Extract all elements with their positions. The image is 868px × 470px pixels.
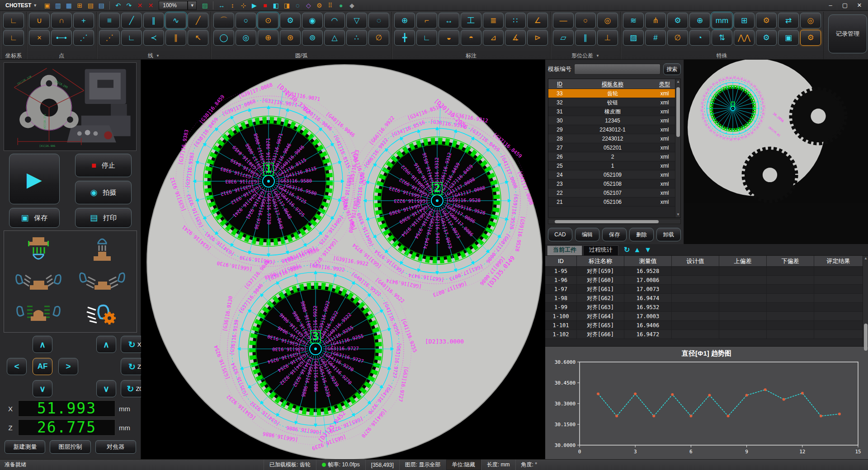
measurement-row[interactable]: 1-101 对齐[G65] 16.9406: [545, 321, 863, 330]
region-select-b-icon[interactable]: ◨: [281, 0, 292, 10]
point-intersection-icon[interactable]: ×: [29, 30, 50, 46]
dim-diameter-icon[interactable]: ◓: [461, 30, 481, 46]
line-simple-icon[interactable]: ╱: [188, 13, 208, 28]
scroll-down-icon[interactable]: ▼: [675, 212, 681, 217]
play-button[interactable]: ▶: [9, 154, 60, 204]
layer-control-button[interactable]: 图层控制: [50, 440, 90, 454]
dim-horizontal-icon[interactable]: ↔: [439, 13, 459, 28]
special-settings-icon[interactable]: ⚙: [800, 30, 821, 46]
scroll-up-icon[interactable]: ▲: [675, 79, 681, 85]
dim-angle-icon[interactable]: ∠: [527, 13, 548, 28]
status-layer[interactable]: 图层: 显示全部: [399, 460, 446, 470]
undo-icon[interactable]: ↶: [113, 0, 123, 10]
special-hatch-icon[interactable]: ▨: [623, 30, 644, 46]
circle-marked-icon[interactable]: ◉: [302, 13, 323, 28]
template-row[interactable]: 29 2243012-1 xml: [548, 125, 675, 134]
special-gear-add-icon[interactable]: ⚙: [756, 13, 777, 28]
circle-triangle-icon[interactable]: △: [324, 30, 345, 46]
focus-tool-button[interactable]: 对焦器: [95, 440, 136, 454]
z-down-button[interactable]: ∨: [96, 380, 116, 397]
line-arrow-icon[interactable]: ↖: [188, 30, 208, 46]
save-template-button[interactable]: 保存: [602, 228, 627, 241]
template-row[interactable]: 25 1 xml: [548, 161, 675, 170]
maximize-button[interactable]: ▢: [838, 1, 852, 10]
dim-radius-icon[interactable]: ◒: [439, 30, 459, 46]
save-image-icon[interactable]: ▦: [63, 0, 74, 10]
measurement-row[interactable]: 1-100 对齐[G64] 17.0003: [545, 312, 863, 321]
gdt-straightness-icon[interactable]: —: [553, 13, 574, 28]
chevron-down-icon[interactable]: ▼: [596, 54, 599, 58]
gdt-perpendicularity-icon[interactable]: ⊥: [597, 30, 618, 46]
circle-points-icon[interactable]: ∴: [346, 30, 367, 46]
dim-array-icon[interactable]: ∷: [505, 13, 526, 28]
line-bisector-icon[interactable]: ≺: [143, 30, 164, 46]
scroll-down-icon[interactable]: ▼: [863, 341, 868, 346]
circle-dashed-icon[interactable]: ◌: [368, 13, 389, 28]
move-down-icon[interactable]: ▼: [644, 246, 651, 254]
open-project-icon[interactable]: ▣: [42, 0, 52, 10]
template-row[interactable]: 28 2243012 xml: [548, 134, 675, 143]
zoom-select[interactable]: 100% ▼: [159, 1, 197, 10]
chevron-down-icon[interactable]: ▼: [188, 1, 197, 10]
autofocus-button[interactable]: AF: [33, 358, 52, 375]
cad-button[interactable]: CAD: [548, 228, 572, 241]
template-row[interactable]: 21 052106 xml: [548, 197, 675, 207]
gdt-flatness-icon[interactable]: ▱: [553, 30, 574, 46]
delete-icon[interactable]: ✕: [134, 0, 145, 10]
measurement-row[interactable]: 1-102 对齐[G66] 16.9472: [545, 330, 863, 339]
stage-down-button[interactable]: ∨: [33, 380, 52, 397]
measurement-row[interactable]: 1-98 对齐[G62] 16.9474: [545, 294, 863, 303]
dim-target-icon[interactable]: ⊕: [394, 13, 415, 28]
special-no-circle-icon[interactable]: ∅: [667, 30, 688, 46]
coaxial-light-button[interactable]: [24, 235, 53, 264]
csys-world-icon[interactable]: ∟: [3, 13, 24, 28]
line-scan-icon[interactable]: ∿: [165, 13, 186, 28]
side-light-a-button[interactable]: [14, 268, 63, 295]
gdt-circularity-icon[interactable]: ○: [575, 13, 596, 28]
light-adjust-icon[interactable]: ⊹: [238, 0, 249, 10]
z-up-button[interactable]: ∧: [96, 336, 116, 353]
scroll-up-icon[interactable]: ▲: [863, 256, 868, 261]
circle-select-icon[interactable]: ⊙: [258, 13, 278, 28]
dim-angle2-icon[interactable]: ⊿: [483, 30, 504, 46]
measurement-row[interactable]: 1-99 对齐[G63] 16.9532: [545, 303, 863, 312]
template-row[interactable]: 32 铰链 xml: [548, 98, 675, 107]
camera-viewport[interactable]: [G63]16.9580[G64]16.9725[G65]17.0648[G66…: [141, 60, 545, 459]
circle-3pt-icon[interactable]: ○: [236, 13, 256, 28]
app-menu[interactable]: CHOTEST ▼: [2, 0, 41, 10]
special-ruler-icon[interactable]: #: [645, 30, 666, 46]
template-search-input[interactable]: [574, 64, 660, 75]
stage-left-button[interactable]: <: [7, 358, 27, 375]
minimize-button[interactable]: –: [824, 1, 837, 10]
dim-vertical-icon[interactable]: 工: [461, 13, 481, 28]
capture-button[interactable]: ◉ 拍摄: [75, 181, 132, 204]
special-gear-pair-icon[interactable]: ⚙: [667, 13, 688, 28]
new-measure-button[interactable]: 新建测量: [5, 440, 45, 454]
template-row[interactable]: 26 2 xml: [548, 152, 675, 161]
special-gear3-icon[interactable]: ⚙: [756, 30, 777, 46]
dim-corner-icon[interactable]: ∟: [416, 30, 437, 46]
circle-gear-icon[interactable]: ⚙: [280, 13, 301, 28]
status-length-unit[interactable]: 长度: mm: [481, 460, 515, 470]
image-preview-icon[interactable]: ▨: [199, 0, 210, 10]
circle-center-icon[interactable]: ⊚: [302, 30, 323, 46]
special-grid-icon[interactable]: ⊞: [734, 13, 755, 28]
print-button[interactable]: ▤ 打印: [75, 208, 132, 228]
dim-triple-icon[interactable]: ≣: [483, 13, 504, 28]
circle-empty-icon[interactable]: ∅: [368, 30, 389, 46]
fit-width-icon[interactable]: ↔: [216, 0, 227, 10]
side-light-b-button[interactable]: [77, 268, 127, 295]
report-edit-icon[interactable]: ▤: [85, 0, 96, 10]
unload-button[interactable]: 卸载: [656, 228, 681, 241]
arc-icon[interactable]: ⌒: [213, 13, 234, 28]
point-parabola-down-icon[interactable]: ∪: [29, 13, 50, 28]
scrollbar-thumb[interactable]: [676, 87, 680, 137]
dim-cross-icon[interactable]: ╋: [394, 30, 415, 46]
move-up-icon[interactable]: ▲: [633, 246, 641, 254]
light-settings-button[interactable]: [84, 300, 120, 327]
special-frame-icon[interactable]: ▣: [778, 30, 799, 46]
scrollbar-thumb[interactable]: [864, 324, 868, 351]
special-fork-icon[interactable]: ⋔: [645, 13, 666, 28]
dim-leader-icon[interactable]: ⊳: [527, 30, 548, 46]
template-row[interactable]: 24 052109 xml: [548, 170, 675, 179]
